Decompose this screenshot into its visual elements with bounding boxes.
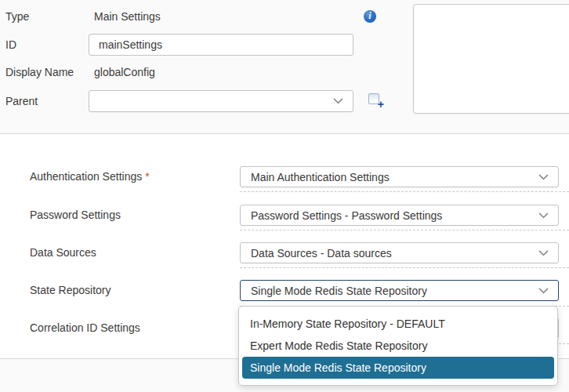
data-sources-label: Data Sources — [30, 242, 96, 263]
display-name-value: globalConfig — [94, 61, 155, 83]
type-value: Main Settings — [94, 5, 161, 27]
authentication-settings-select-value: Main Authentication Settings — [251, 171, 390, 183]
state-repository-select[interactable]: Single Mode Redis State Repository — [240, 280, 559, 301]
info-icon[interactable]: i — [364, 10, 376, 23]
id-input[interactable] — [89, 34, 353, 56]
password-settings-select[interactable]: Password Settings - Password Settings — [240, 205, 559, 226]
authentication-settings-select[interactable]: Main Authentication Settings — [240, 166, 559, 187]
correlation-id-settings-label: Correlation ID Settings — [30, 318, 140, 339]
row-separator — [240, 230, 569, 230]
dropdown-option-expert-mode[interactable]: Expert Mode Redis State Repository — [239, 335, 557, 357]
state-repository-select-value: Single Mode Redis State Repository — [251, 285, 427, 297]
row-separator — [240, 267, 569, 268]
chevron-down-icon — [333, 94, 343, 104]
type-label: Type — [5, 5, 87, 27]
password-settings-label: Password Settings — [30, 205, 121, 226]
plus-icon: + — [378, 100, 384, 108]
state-repository-dropdown-list: In-Memory State Repository - DEFAULT Exp… — [238, 306, 558, 386]
dropdown-option-in-memory[interactable]: In-Memory State Repository - DEFAULT — [239, 313, 557, 335]
password-settings-select-value: Password Settings - Password Settings — [251, 209, 442, 222]
add-parent-button[interactable]: + — [368, 93, 384, 108]
row-separator — [240, 191, 569, 192]
parent-select[interactable] — [89, 90, 353, 112]
authentication-settings-label: Authentication Settings* — [30, 166, 150, 187]
chevron-down-icon — [538, 209, 549, 219]
data-sources-select-value: Data Sources - Data sources — [251, 247, 392, 260]
settings-form-page: { "top_section": { "type_label": "Type",… — [0, 0, 569, 392]
data-sources-select[interactable]: Data Sources - Data sources — [240, 242, 559, 263]
dropdown-option-single-mode[interactable]: Single Mode Redis State Repository — [242, 357, 554, 379]
chevron-down-icon — [538, 284, 549, 294]
authentication-settings-label-text: Authentication Settings — [30, 170, 142, 183]
notes-textarea[interactable] — [413, 4, 569, 114]
display-name-label: Display Name — [5, 61, 87, 83]
chevron-down-icon — [538, 246, 549, 256]
parent-label: Parent — [5, 90, 87, 112]
state-repository-label: State Repository — [30, 280, 111, 301]
id-label: ID — [5, 34, 87, 56]
chevron-down-icon — [538, 170, 549, 180]
required-asterisk: * — [145, 170, 149, 183]
